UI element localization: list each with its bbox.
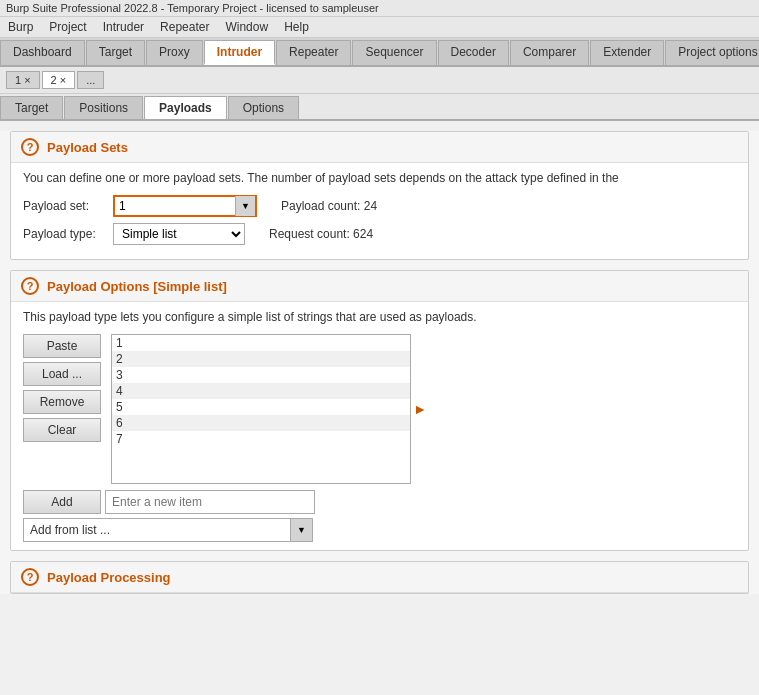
payload-list-inner[interactable]: 1 2 3 4 5 6 7 (112, 335, 410, 483)
payload-type-label: Payload type: (23, 227, 113, 241)
payload-sets-title: Payload Sets (47, 140, 128, 155)
payload-list-container[interactable]: 1 2 3 4 5 6 7 (111, 334, 411, 484)
request-count-label: Request count: 624 (269, 227, 373, 241)
tab-repeater[interactable]: Repeater (276, 40, 351, 65)
payload-processing-title: Payload Processing (47, 570, 171, 585)
payload-set-control: 1 ▼ Payload count: 24 (113, 195, 377, 217)
list-wrapper: 1 2 3 4 5 6 7 ► (111, 334, 411, 484)
list-item[interactable]: 7 (112, 431, 410, 447)
content-area: ? Payload Sets You can define one or mor… (0, 131, 759, 594)
tab-options[interactable]: Options (228, 96, 299, 119)
payload-options-help-icon[interactable]: ? (21, 277, 39, 295)
list-item[interactable]: 6 (112, 415, 410, 431)
menu-burp[interactable]: Burp (6, 19, 35, 35)
add-from-list-row: Add from list ... ▼ (23, 518, 313, 542)
payload-set-select-box[interactable]: 1 ▼ (113, 195, 257, 217)
load-button[interactable]: Load ... (23, 362, 101, 386)
menu-project[interactable]: Project (47, 19, 88, 35)
tab-target-secondary[interactable]: Target (0, 96, 63, 119)
clear-button[interactable]: Clear (23, 418, 101, 442)
add-from-list-dropdown-btn[interactable]: ▼ (290, 519, 312, 541)
payload-options-desc: This payload type lets you configure a s… (23, 310, 736, 324)
menu-intruder[interactable]: Intruder (101, 19, 146, 35)
list-item[interactable]: 2 (112, 351, 410, 367)
tab-target[interactable]: Target (86, 40, 145, 65)
payload-processing-header: ? Payload Processing (11, 562, 748, 593)
list-item[interactable]: 1 (112, 335, 410, 351)
payload-sets-body: You can define one or more payload sets.… (11, 163, 748, 259)
list-arrow-icon: ► (413, 401, 427, 417)
add-item-input[interactable] (105, 490, 315, 514)
add-from-list-label: Add from list ... (24, 523, 290, 537)
paste-button[interactable]: Paste (23, 334, 101, 358)
tab-comparer[interactable]: Comparer (510, 40, 589, 65)
sub-tab-1[interactable]: 1 × (6, 71, 40, 89)
list-item[interactable]: 4 (112, 383, 410, 399)
menu-window[interactable]: Window (223, 19, 270, 35)
tab-payloads[interactable]: Payloads (144, 96, 227, 119)
tab-decoder[interactable]: Decoder (438, 40, 509, 65)
add-from-list-control[interactable]: Add from list ... ▼ (23, 518, 313, 542)
sub-tab-more[interactable]: ... (77, 71, 104, 89)
payload-set-row: Payload set: 1 ▼ Payload count: 24 (23, 195, 736, 217)
tab-proxy[interactable]: Proxy (146, 40, 203, 65)
tab-dashboard[interactable]: Dashboard (0, 40, 85, 65)
secondary-tabs: Target Positions Payloads Options (0, 94, 759, 121)
payload-options-header: ? Payload Options [Simple list] (11, 271, 748, 302)
title-bar: Burp Suite Professional 2022.8 - Tempora… (0, 0, 759, 17)
payload-count-label: Payload count: 24 (281, 199, 377, 213)
payload-set-dropdown-btn[interactable]: ▼ (235, 196, 255, 216)
payload-sets-section: ? Payload Sets You can define one or mor… (10, 131, 749, 260)
title-text: Burp Suite Professional 2022.8 - Tempora… (6, 2, 379, 14)
payload-processing-section: ? Payload Processing (10, 561, 749, 594)
tab-intruder[interactable]: Intruder (204, 40, 275, 65)
payload-button-col: Paste Load ... Remove Clear (23, 334, 103, 442)
tab-extender[interactable]: Extender (590, 40, 664, 65)
main-tabs: Dashboard Target Proxy Intruder Repeater… (0, 38, 759, 67)
payload-processing-help-icon[interactable]: ? (21, 568, 39, 586)
tab-positions[interactable]: Positions (64, 96, 143, 119)
payload-set-label: Payload set: (23, 199, 113, 213)
dropdown-arrow-icon-2: ▼ (297, 525, 306, 535)
payload-options-title: Payload Options [Simple list] (47, 279, 227, 294)
menu-repeater[interactable]: Repeater (158, 19, 211, 35)
payload-type-row: Payload type: Simple list Request count:… (23, 223, 736, 245)
payload-type-select[interactable]: Simple list (114, 224, 244, 244)
payload-sets-desc: You can define one or more payload sets.… (23, 171, 736, 185)
menu-bar: Burp Project Intruder Repeater Window He… (0, 17, 759, 38)
remove-button[interactable]: Remove (23, 390, 101, 414)
dropdown-arrow-icon: ▼ (241, 201, 250, 211)
tab-sequencer[interactable]: Sequencer (352, 40, 436, 65)
sub-tab-row: 1 × 2 × ... (0, 67, 759, 94)
payload-type-select-box[interactable]: Simple list (113, 223, 245, 245)
payload-sets-help-icon[interactable]: ? (21, 138, 39, 156)
list-item[interactable]: 3 (112, 367, 410, 383)
add-button[interactable]: Add (23, 490, 101, 514)
payload-list-area: Paste Load ... Remove Clear 1 2 3 4 5 6 (23, 334, 736, 484)
list-item[interactable]: 5 (112, 399, 410, 415)
add-row: Add (23, 490, 736, 514)
payload-options-section: ? Payload Options [Simple list] This pay… (10, 270, 749, 551)
sub-tab-2[interactable]: 2 × (42, 71, 76, 89)
payload-sets-header: ? Payload Sets (11, 132, 748, 163)
payload-set-input[interactable]: 1 (115, 199, 235, 213)
payload-type-control: Simple list Request count: 624 (113, 223, 373, 245)
payload-options-body: This payload type lets you configure a s… (11, 302, 748, 550)
tab-project-options[interactable]: Project options (665, 40, 759, 65)
menu-help[interactable]: Help (282, 19, 311, 35)
